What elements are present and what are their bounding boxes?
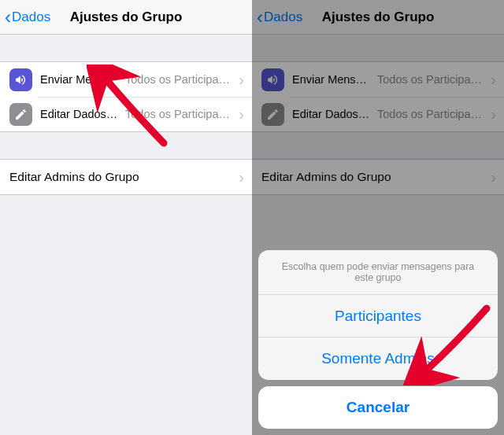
pencil-icon: [9, 103, 32, 126]
row-value: Todos os Participantes: [372, 73, 487, 86]
back-button[interactable]: ‹ Dados: [252, 8, 302, 27]
row-label: Editar Admins do Grupo: [261, 170, 391, 184]
admins-group: Editar Admins do Grupo ›: [252, 159, 504, 195]
row-label: Editar Dados do…: [292, 108, 372, 120]
back-label: Dados: [264, 9, 302, 25]
chevron-right-icon: ›: [491, 71, 496, 89]
action-sheet: Escolha quem pode enviar mensagens para …: [258, 250, 498, 429]
content: Enviar Mensag… Todos os Participantes › …: [252, 35, 504, 195]
navbar: ‹ Dados Ajustes do Grupo: [252, 0, 504, 35]
left-screen: ‹ Dados Ajustes do Grupo Enviar Mensag… …: [0, 0, 252, 435]
nav-title: Ajustes do Grupo: [252, 9, 504, 25]
settings-group: Enviar Mensag… Todos os Participantes › …: [252, 61, 504, 132]
megaphone-icon: [9, 68, 32, 91]
chevron-right-icon: ›: [239, 168, 244, 186]
row-value: Todos os Participantes: [372, 108, 487, 120]
navbar: ‹ Dados Ajustes do Grupo: [0, 0, 252, 35]
action-sheet-body: Escolha quem pode enviar mensagens para …: [258, 250, 498, 380]
chevron-right-icon: ›: [491, 168, 496, 186]
row-value: Todos os Participantes: [120, 108, 235, 120]
cancel-button[interactable]: Cancelar: [258, 386, 498, 429]
row-edit-info[interactable]: Editar Dados do… Todos os Participantes …: [252, 97, 504, 131]
back-label: Dados: [12, 9, 50, 25]
action-sheet-message: Escolha quem pode enviar mensagens para …: [258, 250, 498, 295]
option-admins-only[interactable]: Somente Admins: [258, 337, 498, 380]
chevron-right-icon: ›: [491, 105, 496, 123]
chevron-right-icon: ›: [239, 71, 244, 89]
settings-group: Enviar Mensag… Todos os Participantes › …: [0, 61, 252, 132]
row-label: Editar Admins do Grupo: [9, 170, 139, 184]
row-edit-admins[interactable]: Editar Admins do Grupo ›: [0, 160, 252, 194]
chevron-right-icon: ›: [239, 105, 244, 123]
option-participants[interactable]: Participantes: [258, 295, 498, 337]
row-edit-admins[interactable]: Editar Admins do Grupo ›: [252, 160, 504, 194]
row-label: Enviar Mensag…: [40, 73, 120, 86]
row-edit-info[interactable]: Editar Dados do… Todos os Participantes …: [0, 97, 252, 131]
row-label: Enviar Mensag…: [292, 73, 372, 86]
content: Enviar Mensag… Todos os Participantes › …: [0, 35, 252, 435]
megaphone-icon: [261, 68, 284, 91]
row-send-messages[interactable]: Enviar Mensag… Todos os Participantes ›: [0, 62, 252, 97]
row-value: Todos os Participantes: [120, 73, 235, 86]
row-label: Editar Dados do…: [40, 108, 120, 120]
pencil-icon: [261, 103, 284, 126]
right-screen: ‹ Dados Ajustes do Grupo Enviar Mensag… …: [252, 0, 504, 435]
chevron-left-icon: ‹: [5, 8, 11, 27]
chevron-left-icon: ‹: [257, 8, 263, 27]
back-button[interactable]: ‹ Dados: [0, 8, 50, 27]
row-send-messages[interactable]: Enviar Mensag… Todos os Participantes ›: [252, 62, 504, 97]
admins-group: Editar Admins do Grupo ›: [0, 159, 252, 195]
